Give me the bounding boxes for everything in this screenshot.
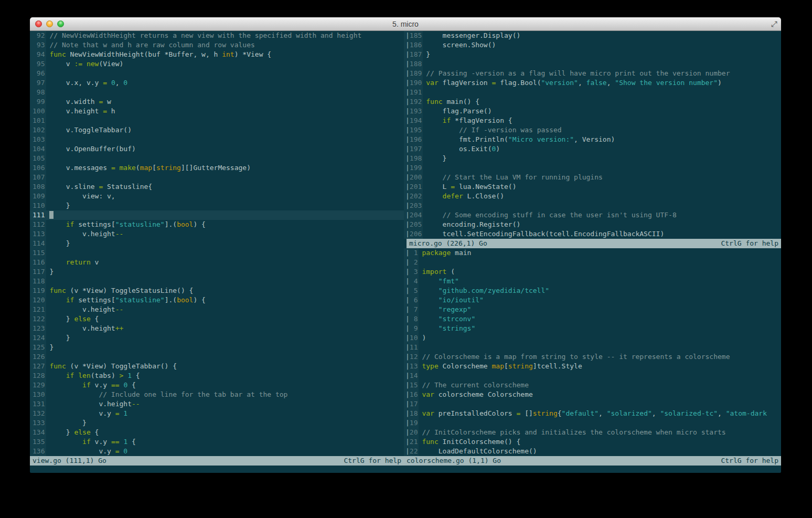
code-line[interactable]: 130 // Include one line for the tab bar … (30, 390, 404, 399)
code-line[interactable]: |190var flagVersion = flag.Bool("version… (404, 78, 781, 88)
code-line[interactable]: |187} (404, 50, 781, 59)
code-line[interactable]: 103 (30, 135, 404, 144)
code-line[interactable]: 118 (30, 277, 404, 286)
code-line[interactable]: 106 v.messages = make(map[string][]Gutte… (30, 163, 404, 173)
code-line[interactable]: |204 // Some encoding stuff in case the … (404, 210, 781, 220)
code-line[interactable]: |17 (404, 399, 781, 409)
code-line[interactable]: |189// Passing -version as a flag will h… (404, 69, 781, 78)
code-line[interactable]: |13type Colorscheme map[string]tcell.Sty… (404, 362, 781, 371)
code-line[interactable]: |196 fmt.Println("Micro version:", Versi… (404, 135, 781, 144)
code-line[interactable]: 136 v.y = 0 (30, 447, 404, 456)
code-line[interactable]: |21func InitColorscheme() { (404, 437, 781, 447)
code-line[interactable]: |14 (404, 371, 781, 380)
code-line[interactable]: 92// NewViewWidthHeight returns a new vi… (30, 31, 404, 40)
pane-colorscheme-go[interactable]: |1package main|2|3import (|4 "fmt"|5 "gi… (404, 248, 781, 456)
code-line[interactable]: 127func (v *View) ToggleTabbar() { (30, 362, 404, 371)
code-text: // The current colorscheme (419, 380, 781, 390)
code-line[interactable]: |2 (404, 258, 781, 267)
code-line[interactable]: 128 if len(tabs) > 1 { (30, 371, 404, 380)
code-line[interactable]: |192func main() { (404, 97, 781, 107)
code-line[interactable]: |6 "io/ioutil" (404, 295, 781, 305)
code-line[interactable]: |205 encoding.Register() (404, 220, 781, 229)
code-line[interactable]: 110 } (30, 201, 404, 210)
code-line[interactable]: 129 if v.y == 0 { (30, 380, 404, 390)
zoom-icon[interactable] (57, 20, 64, 27)
code-line[interactable]: |1package main (404, 248, 781, 258)
code-line[interactable]: |18var preInstalledColors = []string{"de… (404, 409, 781, 418)
minimize-icon[interactable] (46, 20, 53, 27)
code-line[interactable]: 131 v.height-- (30, 399, 404, 409)
code-line[interactable]: |3import ( (404, 267, 781, 277)
pane-micro-go[interactable]: |185 messenger.Display()|186 screen.Show… (404, 31, 781, 239)
code-line[interactable]: |186 screen.Show() (404, 40, 781, 50)
code-line[interactable]: 97 v.x, v.y = 0, 0 (30, 78, 404, 88)
code-line[interactable]: 105 (30, 154, 404, 163)
code-line[interactable]: |10) (404, 333, 781, 343)
code-line[interactable]: 121 v.height-- (30, 305, 404, 314)
code-line[interactable]: |193 flag.Parse() (404, 107, 781, 116)
code-line[interactable]: |199 (404, 163, 781, 173)
code-line[interactable]: 115 (30, 248, 404, 258)
code-line[interactable]: |9 "strings" (404, 324, 781, 333)
code-line[interactable]: 112 if settings["statusline"].(bool) { (30, 220, 404, 229)
code-line[interactable]: |7 "regexp" (404, 305, 781, 314)
titlebar[interactable]: 5. micro ⤢ (30, 17, 781, 31)
code-line[interactable]: |19 (404, 418, 781, 428)
code-line[interactable]: |198 } (404, 154, 781, 163)
code-line[interactable]: |203 (404, 201, 781, 210)
code-line[interactable]: |20// InitColorscheme picks and initiali… (404, 428, 781, 437)
line-number: 17 (410, 399, 418, 409)
code-line[interactable]: 117} (30, 267, 404, 277)
code-line[interactable]: 120 if settings["statusline"].(bool) { (30, 295, 404, 305)
code-line[interactable]: 96 (30, 69, 404, 78)
code-line[interactable]: |185 messenger.Display() (404, 31, 781, 40)
code-line[interactable]: 123 v.height++ (30, 324, 404, 333)
code-line[interactable]: 135 if v.y == 1 { (30, 437, 404, 447)
code-line[interactable]: |22 LoadDefaultColorscheme() (404, 447, 781, 456)
code-line[interactable]: |201 L = lua.NewState() (404, 182, 781, 192)
code-line[interactable]: 113 v.height-- (30, 229, 404, 239)
code-line[interactable]: 99 v.width = w (30, 97, 404, 107)
code-line[interactable]: 122 } else { (30, 314, 404, 324)
code-line[interactable]: 104 v.OpenBuffer(buf) (30, 144, 404, 154)
code-line[interactable]: 93// Note that w and h are raw column an… (30, 40, 404, 50)
code-line[interactable]: 134 } else { (30, 428, 404, 437)
code-line[interactable]: 126 (30, 352, 404, 362)
code-line[interactable]: |11 (404, 343, 781, 352)
close-icon[interactable] (35, 20, 42, 27)
code-line[interactable]: 95 v := new(View) (30, 59, 404, 69)
code-line[interactable]: |194 if *flagVersion { (404, 116, 781, 125)
code-line[interactable]: |202 defer L.Close() (404, 192, 781, 201)
resize-icon[interactable]: ⤢ (771, 19, 777, 29)
code-line[interactable]: |5 "github.com/zyedidia/tcell" (404, 286, 781, 295)
code-line[interactable]: 132 v.y = 1 (30, 409, 404, 418)
code-line[interactable]: 119func (v *View) ToggleStatusLine() { (30, 286, 404, 295)
statusbar-help-hint: CtrlG for help (344, 456, 401, 466)
code-line[interactable]: 101 (30, 116, 404, 125)
code-line[interactable]: 124 } (30, 333, 404, 343)
code-line[interactable]: 111 (30, 210, 404, 220)
code-line[interactable]: 107 (30, 173, 404, 182)
code-line[interactable]: 102 v.ToggleTabbar() (30, 125, 404, 135)
code-line[interactable]: 109 view: v, (30, 192, 404, 201)
code-line[interactable]: |8 "strconv" (404, 314, 781, 324)
code-line[interactable]: 125} (30, 343, 404, 352)
code-line[interactable]: |197 os.Exit(0) (404, 144, 781, 154)
code-line[interactable]: |16var colorscheme Colorscheme (404, 390, 781, 399)
code-line[interactable]: |4 "fmt" (404, 277, 781, 286)
code-line[interactable]: 98 (30, 88, 404, 97)
pane-view-go[interactable]: 92// NewViewWidthHeight returns a new vi… (30, 31, 404, 456)
code-line[interactable]: |15// The current colorscheme (404, 380, 781, 390)
code-line[interactable]: 94func NewViewWidthHeight(buf *Buffer, w… (30, 50, 404, 59)
code-line[interactable]: 100 v.height = h (30, 107, 404, 116)
code-line[interactable]: 108 v.sline = Statusline{ (30, 182, 404, 192)
code-line[interactable]: 114 } (30, 239, 404, 248)
code-line[interactable]: |200 // Start the Lua VM for running plu… (404, 173, 781, 182)
code-line[interactable]: |206 tcell.SetEncodingFallback(tcell.Enc… (404, 229, 781, 239)
code-line[interactable]: |195 // If -version was passed (404, 125, 781, 135)
code-line[interactable]: 133 } (30, 418, 404, 428)
code-line[interactable]: |12// Colorscheme is a map from string t… (404, 352, 781, 362)
code-line[interactable]: 116 return v (30, 258, 404, 267)
code-line[interactable]: |188 (404, 59, 781, 69)
code-line[interactable]: |191 (404, 88, 781, 97)
